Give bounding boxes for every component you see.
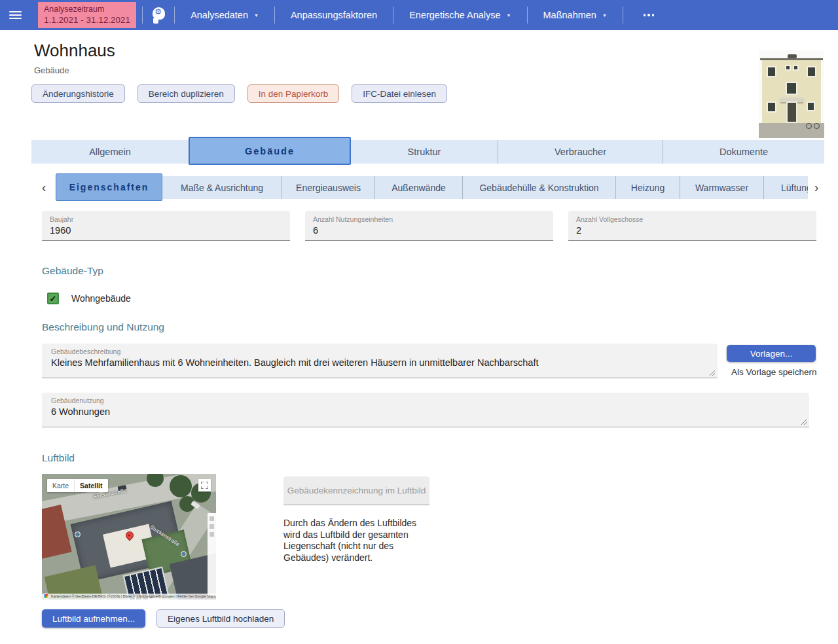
map-poi-marker [75,531,81,537]
sub-tabs: Eigenschaften Maße & Ausrichtung Energie… [56,173,810,201]
vollgeschosse-field[interactable]: Anzahl Vollgeschosse 2 [568,211,816,241]
subtab-gebaeudehuelle[interactable]: Gebäudehülle & Konstruktion [462,176,615,199]
gebaeudekennzeichnung-button[interactable]: Gebäudekennzeichnung im Luftbild [283,476,429,505]
tab-dokumente[interactable]: Dokumente [663,140,824,164]
topbar: Analysezeitraum 1.1.2021 - 31.12.2021 ⚙ … [0,0,838,30]
building-type-heading: Gebäude-Typ [42,265,103,277]
textarea-value: 6 Wohnungen [51,406,800,417]
wohngebaeude-checkbox[interactable]: ✓ [47,293,59,304]
vorlagen-button[interactable]: Vorlagen... [727,345,816,362]
google-logo [43,593,49,599]
field-label: Baujahr [50,215,282,223]
map-karte-button[interactable]: Karte [47,479,74,492]
ifc-import-button[interactable]: IFC-Datei einlesen [352,84,447,103]
subtab-heizung[interactable]: Heizung [615,176,680,199]
field-label: Anzahl Nutzungseinheiten [313,215,545,223]
topbar-divider [393,7,393,24]
analysis-period-value: 1.1.2021 - 31.12.2021 [44,14,130,26]
photo-bicycle [806,123,812,129]
textarea-value: Kleines Mehrfamilienhaus mit 6 Wohneinhe… [51,357,708,368]
subtabs-scroll-right-icon[interactable]: › [808,173,825,201]
resize-handle-icon[interactable] [800,418,807,425]
subtabs-scroll-left-icon[interactable]: ‹ [35,173,52,201]
tab-gebaeude[interactable]: Gebäude [189,137,351,165]
topbar-divider [274,7,275,24]
photo-window [793,65,799,71]
photo-window [807,66,816,77]
page-subtitle: Gebäude [34,65,69,75]
description-heading: Beschreibung und Nutzung [42,321,164,333]
more-options-icon[interactable] [629,0,669,30]
subtab-energieausweis[interactable]: Energieausweis [282,176,374,199]
tab-verbraucher[interactable]: Verbraucher [498,140,663,164]
eigenes-luftbild-button[interactable]: Eigenes Luftbild hochladen [156,609,285,628]
field-value: 6 [313,225,545,236]
photo-bicycle [814,123,820,129]
subtab-eigenschaften[interactable]: Eigenschaften [56,173,162,201]
subtab-masse-ausrichtung[interactable]: Maße & Ausrichtung [162,176,282,199]
map-tree [170,475,192,497]
page-title: Wohnhaus [34,41,115,61]
photo-door [786,101,797,123]
map-satellit-button[interactable]: Satellit [74,479,107,492]
caret-down-icon: ▼ [254,13,259,18]
textarea-label: Gebäudenutzung [51,397,800,404]
luftbild-buttons: Luftbild aufnehmen... Eigenes Luftbild h… [42,609,285,628]
baujahr-field[interactable]: Baujahr 1960 [42,211,290,241]
wohngebaeude-label: Wohngebäude [71,293,131,304]
map-poi-marker [181,551,187,557]
menu-energetische-analyse[interactable]: Energetische Analyse ▼ [399,0,520,30]
photo-window [785,65,791,71]
page: Analysezeitraum 1.1.2021 - 31.12.2021 ⚙ … [0,0,838,644]
topbar-divider [142,7,143,24]
map-zoom-controls[interactable] [208,513,216,597]
menu-anpassungsfaktoren[interactable]: Anpassungsfaktoren [281,0,387,30]
resize-handle-icon[interactable] [708,369,715,376]
analysis-period-badge[interactable]: Analysezeitraum 1.1.2021 - 31.12.2021 [38,2,136,29]
map-attribution[interactable]: Kartendaten © GeoBasis-DE/BKG (©2009) | … [42,594,216,599]
action-buttons: Änderungshistorie Bereich duplizieren In… [31,84,447,103]
change-history-button[interactable]: Änderungshistorie [31,84,125,103]
menu-massnahmen[interactable]: Maßnahmen ▼ [534,0,617,30]
gear-icon: ⚙ [155,8,162,16]
topbar-divider [623,7,623,24]
trash-button[interactable]: In den Papierkorb [247,84,340,103]
topbar-divider [527,7,528,24]
duplicate-area-button[interactable]: Bereich duplizieren [137,84,235,103]
property-fields: Baujahr 1960 Anzahl Nutzungseinheiten 6 … [42,211,816,241]
subtab-aussenwaende[interactable]: Außenwände [374,176,462,199]
photo-window [807,101,815,111]
check-icon: ✓ [50,294,57,304]
photo-window [767,66,776,77]
field-label: Anzahl Vollgeschosse [576,215,809,223]
menu-analysedaten[interactable]: Analysedaten ▼ [181,0,268,30]
psychology-icon[interactable]: ⚙ [149,5,168,25]
map-fullscreen-icon[interactable] [198,479,211,492]
hamburger-menu-icon[interactable] [0,0,30,30]
tab-struktur[interactable]: Struktur [351,140,498,164]
tab-allgemein[interactable]: Allgemein [31,140,189,164]
photo-window [767,101,776,113]
luftbild-note: Durch das Ändern des Luftbildes wird das… [283,518,433,564]
textarea-label: Gebäudebeschreibung [51,348,708,355]
caret-down-icon: ▼ [507,13,511,18]
wohngebaeude-checkbox-row: ✓ Wohngebäude [47,293,131,304]
nutzungseinheiten-field[interactable]: Anzahl Nutzungseinheiten 6 [305,211,553,241]
luftbild-heading: Luftbild [42,452,75,464]
aerial-map[interactable]: Stuckenstraße Stuckenstraße Karte Satell… [42,474,216,599]
gebaeudebeschreibung-textarea[interactable]: Gebäudebeschreibung Kleines Mehrfamilien… [42,344,718,378]
subtab-lueftung[interactable]: Lüftung [763,176,810,199]
analysis-period-label: Analysezeitraum [44,4,130,14]
luftbild-aufnehmen-button[interactable]: Luftbild aufnehmen... [42,609,145,628]
photo-window [786,82,797,95]
gebaeudenutzung-textarea[interactable]: Gebäudenutzung 6 Wohnungen [42,393,809,427]
caret-down-icon: ▼ [602,13,607,18]
building-photo [759,50,824,138]
save-as-template-button[interactable]: Als Vorlage speichern [731,367,817,377]
map-type-toggle: Karte Satellit [47,479,108,492]
field-value: 2 [576,225,809,236]
field-value: 1960 [50,225,282,236]
topbar-divider [174,7,175,24]
subtab-warmwasser[interactable]: Warmwasser [680,176,763,199]
main-tabs: Allgemein Gebäude Struktur Verbraucher D… [31,137,824,165]
